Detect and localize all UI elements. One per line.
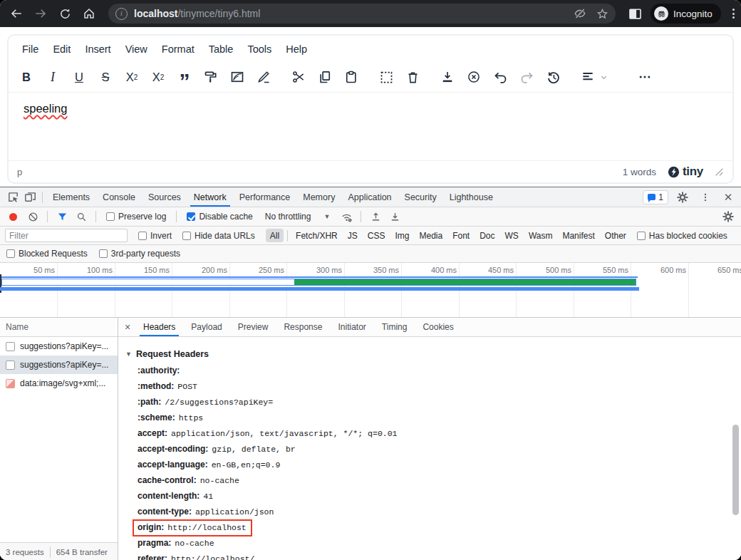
tab-elements[interactable]: Elements [46, 187, 96, 207]
import-har-button[interactable] [367, 208, 384, 225]
tab-performance[interactable]: Performance [233, 187, 297, 207]
menu-help[interactable]: Help [279, 40, 314, 58]
filter-input[interactable] [5, 229, 128, 242]
network-settings-button[interactable] [720, 208, 737, 225]
filter-type-other[interactable]: Other [601, 229, 631, 242]
reload-button[interactable] [54, 3, 76, 24]
tab-console[interactable]: Console [96, 187, 142, 207]
blockquote-button[interactable]: ” [177, 65, 192, 89]
detail-tab-preview[interactable]: Preview [230, 318, 276, 336]
menu-insert[interactable]: Insert [78, 40, 117, 58]
details-close-button[interactable]: × [120, 321, 135, 333]
download-button[interactable] [440, 69, 455, 85]
disable-cache-checkbox[interactable]: Disable cache [182, 212, 256, 222]
bookmark-star-icon[interactable] [596, 8, 608, 20]
element-path[interactable]: p [17, 167, 22, 177]
issues-badge[interactable]: 1 [643, 190, 668, 204]
subscript-button[interactable]: X2 [124, 69, 140, 85]
menu-edit[interactable]: Edit [46, 40, 77, 58]
italic-button[interactable]: I [45, 69, 61, 85]
delete-button[interactable] [405, 69, 420, 85]
word-count[interactable]: 1 words [623, 167, 656, 177]
hide-data-urls-checkbox[interactable]: Hide data URLs [182, 231, 259, 241]
resize-handle-icon[interactable] [715, 167, 724, 177]
filter-type-doc[interactable]: Doc [475, 229, 499, 242]
more-toolbar-button[interactable] [637, 69, 653, 85]
tab-lighthouse[interactable]: Lighthouse [443, 187, 499, 207]
filter-toggle-button[interactable] [53, 208, 71, 225]
cancel-button[interactable] [466, 69, 482, 85]
export-har-button[interactable] [386, 208, 403, 225]
menu-format[interactable]: Format [155, 40, 201, 58]
devtools-settings-button[interactable] [674, 189, 691, 206]
filter-type-manifest[interactable]: Manifest [558, 229, 598, 242]
undo-button[interactable] [492, 69, 508, 85]
filter-type-css[interactable]: CSS [363, 229, 390, 242]
filter-type-all[interactable]: All [266, 229, 284, 242]
filter-type-js[interactable]: JS [343, 229, 362, 242]
permanent-pen-button[interactable] [256, 69, 271, 85]
filter-type-font[interactable]: Font [448, 229, 474, 242]
detail-tab-headers[interactable]: Headers [135, 318, 183, 336]
misspelled-word[interactable]: speeling [24, 102, 67, 115]
back-button[interactable] [6, 3, 27, 24]
request-row-2-selected[interactable]: suggestions?apiKey=... [0, 356, 118, 374]
throttling-select[interactable]: No throttling▼ [259, 212, 336, 222]
copy-button[interactable] [317, 69, 333, 85]
fill-color-button[interactable] [203, 69, 219, 85]
devtools-menu-button[interactable] [697, 189, 714, 206]
tab-security[interactable]: Security [398, 187, 443, 207]
detail-tab-payload[interactable]: Payload [183, 318, 229, 336]
devtools-close-button[interactable]: ✕ [720, 189, 737, 206]
detail-tab-timing[interactable]: Timing [374, 318, 415, 336]
site-info-icon[interactable]: i [115, 8, 128, 20]
requests-column-header[interactable]: Name [0, 318, 118, 337]
address-bar[interactable]: i localhost/tinymce/tiny6.html [108, 4, 616, 24]
details-scrollbar[interactable] [732, 425, 739, 515]
network-search-button[interactable] [73, 208, 90, 225]
request-row-3[interactable]: data:image/svg+xml;... [0, 374, 118, 393]
filter-type-fetch-xhr[interactable]: Fetch/XHR [291, 229, 342, 242]
filter-type-img[interactable]: Img [390, 229, 413, 242]
network-conditions-button[interactable] [338, 208, 355, 225]
edit-image-button[interactable] [229, 69, 245, 85]
menu-view[interactable]: View [119, 40, 154, 58]
tab-sources[interactable]: Sources [142, 187, 187, 207]
bold-button[interactable]: B [19, 69, 34, 85]
has-blocked-cookies-checkbox[interactable]: Has blocked cookies [637, 231, 727, 241]
home-button[interactable] [78, 3, 100, 24]
cut-button[interactable] [291, 69, 306, 85]
strikethrough-button[interactable]: S [98, 69, 113, 85]
paste-button[interactable] [343, 69, 359, 85]
device-toolbar-button[interactable] [21, 189, 38, 206]
redo-button[interactable] [519, 69, 534, 85]
record-button[interactable] [9, 213, 17, 221]
forward-button[interactable] [30, 3, 51, 24]
filter-type-media[interactable]: Media [415, 229, 447, 242]
filter-type-wasm[interactable]: Wasm [524, 229, 557, 242]
third-party-checkbox[interactable]: 3rd-party requests [99, 249, 180, 259]
request-row-1[interactable]: suggestions?apiKey=... [0, 337, 118, 356]
detail-tab-response[interactable]: Response [276, 318, 330, 336]
editor-content-area[interactable]: speeling [9, 92, 732, 160]
side-panel-icon[interactable] [628, 8, 642, 20]
filter-type-ws[interactable]: WS [501, 229, 523, 242]
select-all-button[interactable] [378, 69, 394, 85]
menu-table[interactable]: Table [202, 40, 240, 58]
tiny-logo[interactable]: tiny [668, 165, 703, 179]
detail-tab-cookies[interactable]: Cookies [415, 318, 461, 336]
tab-network[interactable]: Network [187, 187, 233, 207]
inspect-element-button[interactable] [4, 189, 21, 206]
vision-hidden-eye-icon[interactable] [574, 7, 586, 20]
superscript-button[interactable]: X2 [150, 69, 166, 85]
tab-memory[interactable]: Memory [296, 187, 341, 207]
restore-draft-button[interactable] [545, 69, 561, 85]
preserve-log-checkbox[interactable]: Preserve log [102, 212, 170, 222]
menu-file[interactable]: File [16, 40, 45, 58]
blocked-requests-checkbox[interactable]: Blocked Requests [6, 249, 88, 259]
detail-tab-initiator[interactable]: Initiator [330, 318, 373, 336]
underline-button[interactable]: U [71, 69, 87, 85]
align-button[interactable] [580, 69, 596, 85]
section-disclosure-icon[interactable]: ▼ [125, 351, 132, 358]
clear-button[interactable] [24, 208, 41, 225]
